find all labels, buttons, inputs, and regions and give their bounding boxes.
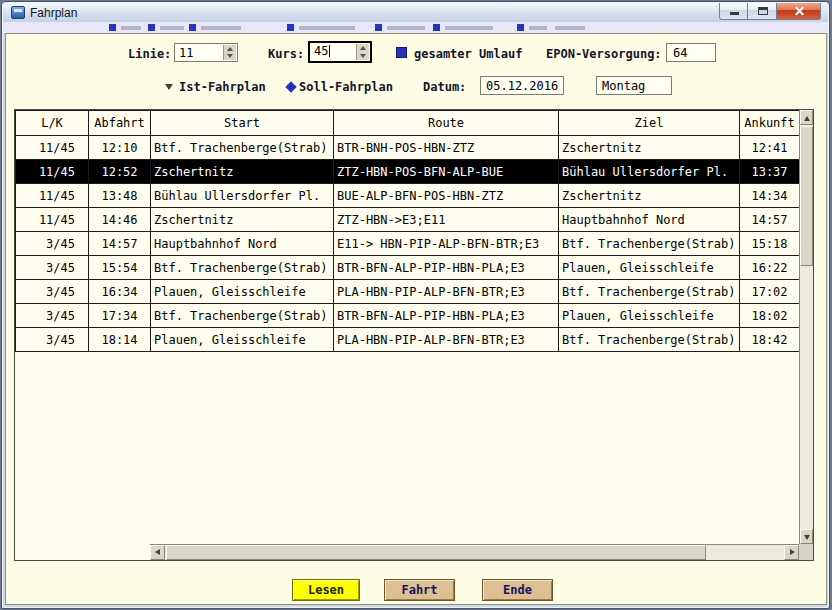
- titlebar[interactable]: Fahrplan: [3, 3, 828, 22]
- table-cell: Btf. Trachenberge(Strab): [151, 256, 334, 280]
- column-header[interactable]: Ankunft: [740, 111, 800, 136]
- background-window-fragment: [445, 26, 493, 30]
- table-cell: Plauen, Gleisschleife: [151, 280, 334, 304]
- column-header[interactable]: Start: [151, 111, 334, 136]
- table-row[interactable]: 3/4517:34Btf. Trachenberge(Strab)BTR-BFN…: [16, 304, 800, 328]
- scroll-up-button[interactable]: [800, 110, 813, 125]
- table-cell: PLA-HBN-PIP-ALP-BFN-BTR;E3: [334, 328, 559, 352]
- linie-spinner-icon[interactable]: [223, 45, 236, 60]
- background-square-icon: [287, 24, 294, 31]
- table-cell: 16:34: [89, 280, 151, 304]
- app-icon: [11, 6, 25, 19]
- background-square-icon: [517, 24, 524, 31]
- table-row[interactable]: 11/4512:10Btf. Trachenberge(Strab)BTR-BN…: [16, 136, 800, 160]
- table-cell: 16:22: [740, 256, 800, 280]
- table-row[interactable]: 3/4515:54Btf. Trachenberge(Strab)BTR-BFN…: [16, 256, 800, 280]
- arrow-left-icon: [155, 549, 160, 555]
- table-cell: Plauen, Gleisschleife: [559, 304, 740, 328]
- table-cell: 11/45: [16, 160, 89, 184]
- table-cell: Zschertnitz: [559, 136, 740, 160]
- kurs-input[interactable]: 45: [308, 41, 372, 63]
- vertical-scroll-thumb[interactable]: [800, 126, 813, 266]
- table-cell: Zschertnitz: [151, 208, 334, 232]
- table-cell: Btf. Trachenberge(Strab): [559, 232, 740, 256]
- gesamter-umlauf-checkbox[interactable]: [396, 47, 407, 58]
- scroll-down-button[interactable]: [800, 529, 813, 544]
- table-cell: 14:57: [89, 232, 151, 256]
- table-body: 11/4512:10Btf. Trachenberge(Strab)BTR-BN…: [16, 136, 800, 352]
- table-row[interactable]: 3/4518:14Plauen, GleisschleifePLA-HBN-PI…: [16, 328, 800, 352]
- fahrt-button[interactable]: Fahrt: [384, 579, 455, 601]
- table-row[interactable]: 11/4514:46ZschertnitzZTZ-HBN->E3;E11Haup…: [16, 208, 800, 232]
- table-cell: 18:02: [740, 304, 800, 328]
- arrow-down-icon: [804, 535, 810, 540]
- column-header[interactable]: Ziel: [559, 111, 740, 136]
- column-header[interactable]: Abfahrt: [89, 111, 151, 136]
- table-cell: 18:14: [89, 328, 151, 352]
- table-cell: Bühlau Ullersdorfer Pl.: [151, 184, 334, 208]
- table-cell: BUE-ALP-BFN-POS-HBN-ZTZ: [334, 184, 559, 208]
- table-cell: 3/45: [16, 280, 89, 304]
- table-cell: Plauen, Gleisschleife: [151, 328, 334, 352]
- ende-button[interactable]: Ende: [482, 579, 553, 601]
- table-header-row: L/KAbfahrtStartRouteZielAnkunft: [16, 111, 800, 136]
- vertical-scrollbar[interactable]: [799, 110, 813, 544]
- column-header[interactable]: Route: [334, 111, 559, 136]
- epon-value-box[interactable]: 64: [666, 43, 716, 62]
- caption-buttons: [719, 3, 821, 20]
- window-title: Fahrplan: [30, 6, 77, 20]
- table-cell: 12:41: [740, 136, 800, 160]
- linie-input[interactable]: 11: [174, 43, 238, 62]
- maximize-button[interactable]: [748, 3, 777, 20]
- background-window-fragment: [201, 26, 241, 30]
- table-cell: Hauptbahnhof Nord: [151, 232, 334, 256]
- table-cell: Bühlau Ullersdorfer Pl.: [559, 160, 740, 184]
- kurs-label: Kurs:: [268, 47, 304, 61]
- datum-input[interactable]: 05.12.2016: [480, 76, 564, 95]
- ist-fahrplan-option[interactable]: Ist-Fahrplan: [179, 80, 266, 94]
- table-row[interactable]: 3/4514:57Hauptbahnhof NordE11-> HBN-PIP-…: [16, 232, 800, 256]
- table-cell: 3/45: [16, 232, 89, 256]
- kurs-spinner-icon[interactable]: [356, 44, 369, 60]
- lesen-button[interactable]: Lesen: [292, 579, 360, 601]
- table-cell: BTR-BFN-ALP-PIP-HBN-PLA;E3: [334, 256, 559, 280]
- table-cell: 14:34: [740, 184, 800, 208]
- minimize-button[interactable]: [719, 3, 748, 20]
- fahrplan-table: L/KAbfahrtStartRouteZielAnkunft 11/4512:…: [15, 110, 800, 352]
- horizontal-scroll-thumb[interactable]: [166, 545, 706, 560]
- table-cell: 3/45: [16, 328, 89, 352]
- gesamter-umlauf-label[interactable]: gesamter Umlauf: [414, 47, 522, 61]
- maximize-icon: [758, 7, 768, 15]
- column-header[interactable]: L/K: [16, 111, 89, 136]
- background-window-strip: [3, 22, 828, 33]
- background-square-icon: [375, 24, 382, 31]
- table-row[interactable]: 11/4512:52ZschertnitzZTZ-HBN-POS-BFN-ALP…: [16, 160, 800, 184]
- table-cell: ZTZ-HBN->E3;E11: [334, 208, 559, 232]
- table-row[interactable]: 3/4516:34Plauen, GleisschleifePLA-HBN-PI…: [16, 280, 800, 304]
- text-cursor: [329, 45, 330, 57]
- horizontal-scrollbar[interactable]: [150, 544, 799, 560]
- ist-fahrplan-radio-icon[interactable]: [165, 84, 173, 90]
- soll-fahrplan-radio-icon[interactable]: [285, 81, 296, 92]
- minimize-icon: [730, 12, 739, 15]
- soll-fahrplan-option[interactable]: Soll-Fahrplan: [299, 80, 393, 94]
- table-cell: Btf. Trachenberge(Strab): [559, 280, 740, 304]
- table-cell: Btf. Trachenberge(Strab): [559, 328, 740, 352]
- table-cell: 18:42: [740, 328, 800, 352]
- background-window-fragment: [387, 26, 425, 30]
- table-cell: 3/45: [16, 304, 89, 328]
- linie-label: Linie:: [128, 47, 171, 61]
- table-cell: Btf. Trachenberge(Strab): [151, 304, 334, 328]
- table-cell: 15:54: [89, 256, 151, 280]
- background-window-fragment: [529, 26, 547, 30]
- scroll-left-button[interactable]: [150, 545, 165, 560]
- scroll-right-button[interactable]: [784, 545, 799, 560]
- datum-label: Datum:: [423, 80, 466, 94]
- timetable-panel: L/KAbfahrtStartRouteZielAnkunft 11/4512:…: [14, 109, 814, 561]
- table-cell: 17:34: [89, 304, 151, 328]
- table-row[interactable]: 11/4513:48Bühlau Ullersdorfer Pl.BUE-ALP…: [16, 184, 800, 208]
- table-cell: 12:10: [89, 136, 151, 160]
- close-button[interactable]: [777, 3, 821, 20]
- table-cell: 15:18: [740, 232, 800, 256]
- background-square-icon: [189, 24, 196, 31]
